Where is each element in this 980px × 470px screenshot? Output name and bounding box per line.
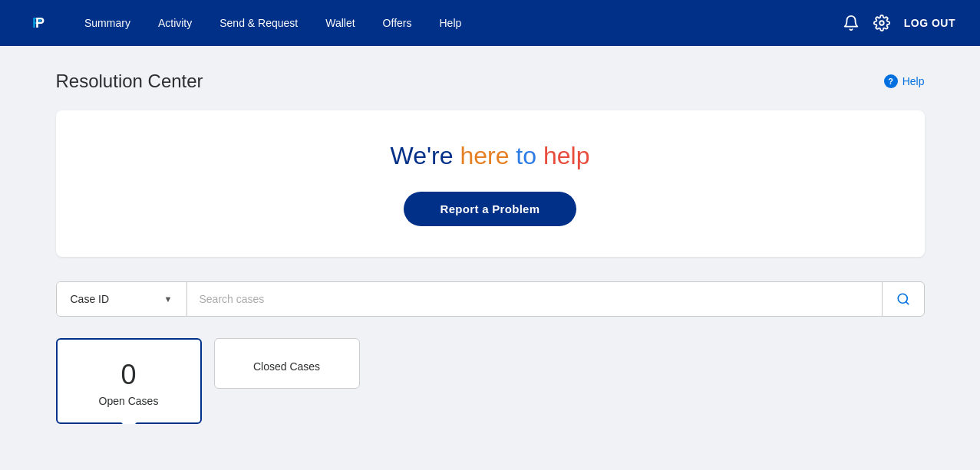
search-input[interactable]	[187, 282, 882, 316]
search-bar: Case ID ▼	[56, 281, 925, 317]
page-title: Resolution Center	[56, 71, 203, 92]
help-link-label: Help	[902, 75, 925, 87]
gear-icon	[873, 15, 890, 31]
headline-help: help	[543, 142, 590, 169]
tab-closed-cases[interactable]: Closed Cases	[214, 338, 360, 389]
hero-card: We're here to help Report a Problem	[56, 110, 925, 257]
nav-activity[interactable]: Activity	[144, 0, 206, 46]
tab-open-cases-inner: 0 Open Cases	[58, 340, 200, 422]
headline-we: We	[391, 142, 427, 169]
closed-cases-label: Closed Cases	[233, 360, 341, 373]
tab-open-cases[interactable]: 0 Open Cases	[56, 338, 202, 424]
nav-help[interactable]: Help	[425, 0, 475, 46]
nav-wallet[interactable]: Wallet	[312, 0, 368, 46]
navbar-logo: P P	[25, 11, 49, 35]
logout-button[interactable]: LOG OUT	[904, 17, 955, 29]
page-content: Resolution Center ? Help We're here to h…	[38, 46, 943, 424]
open-cases-count: 0	[76, 361, 182, 389]
nav-actions: LOG OUT	[843, 15, 955, 31]
notifications-button[interactable]	[843, 15, 860, 31]
settings-button[interactable]	[873, 15, 890, 31]
headline-apostrophe: 're	[427, 142, 460, 169]
search-filter-label: Case ID	[71, 293, 158, 305]
tabs-row: 0 Open Cases Closed Cases	[56, 338, 925, 424]
search-filter-dropdown[interactable]: Case ID ▼	[57, 282, 187, 316]
headline-to: to	[509, 142, 543, 169]
search-icon	[896, 292, 910, 306]
paypal-logo-icon: P P	[25, 11, 49, 35]
svg-text:P: P	[35, 15, 45, 31]
nav-send-request[interactable]: Send & Request	[206, 0, 312, 46]
hero-headline: We're here to help	[74, 141, 906, 170]
svg-line-5	[906, 302, 908, 304]
help-link[interactable]: ? Help	[884, 74, 925, 88]
headline-here: here	[460, 142, 509, 169]
search-button[interactable]	[882, 282, 924, 316]
open-cases-label: Open Cases	[76, 395, 182, 407]
nav-links: Summary Activity Send & Request Wallet O…	[71, 0, 843, 46]
chevron-down-icon: ▼	[164, 294, 173, 304]
nav-summary[interactable]: Summary	[71, 0, 144, 46]
report-problem-button[interactable]: Report a Problem	[404, 192, 577, 226]
bell-icon	[843, 15, 860, 31]
help-circle-icon: ?	[884, 74, 898, 88]
nav-offers[interactable]: Offers	[369, 0, 426, 46]
tab-closed-cases-inner: Closed Cases	[215, 339, 359, 388]
svg-point-3	[879, 21, 884, 25]
page-header: Resolution Center ? Help	[56, 71, 925, 92]
navbar: P P Summary Activity Send & Request Wall…	[0, 0, 980, 46]
